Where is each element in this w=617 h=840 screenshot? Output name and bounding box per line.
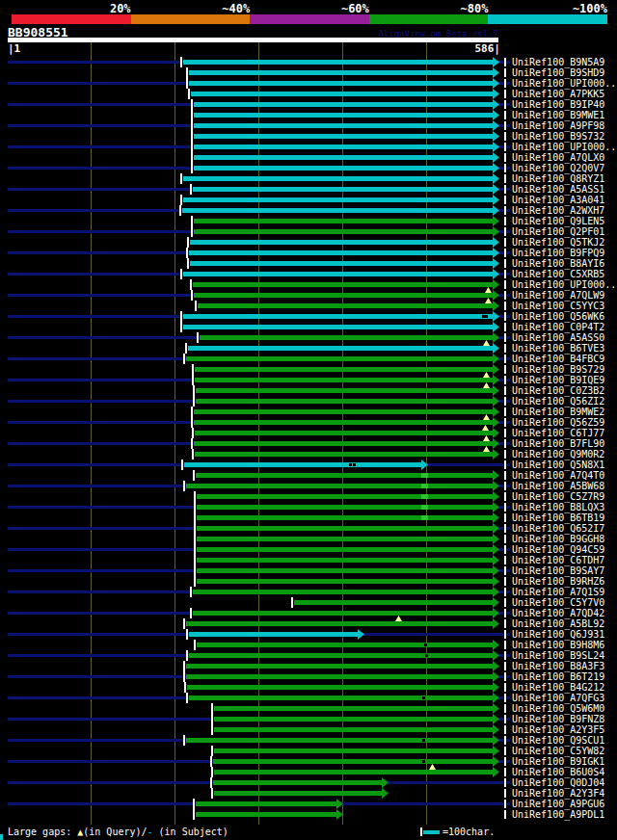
alignment-bar[interactable] xyxy=(194,113,493,118)
alignment-row[interactable]: UniRef100_C6TJ77 xyxy=(0,427,617,437)
alignment-row[interactable]: UniRef100_B9S729 xyxy=(0,363,617,374)
alignment-bar[interactable] xyxy=(195,452,493,457)
alignment-bar[interactable] xyxy=(194,166,493,171)
alignment-row[interactable]: UniRef100_Q56Z59 xyxy=(0,416,617,427)
alignment-bar[interactable] xyxy=(186,356,493,361)
alignment-bar[interactable] xyxy=(200,335,493,340)
alignment-row[interactable]: UniRef100_UPI000.. xyxy=(0,278,617,289)
alignment-row[interactable]: UniRef100_A2Y3F5 xyxy=(0,723,617,734)
alignment-row[interactable]: UniRef100_B8LQX3 xyxy=(0,501,617,512)
alignment-row[interactable]: UniRef100_Q5W6M0 xyxy=(0,702,617,713)
alignment-row[interactable]: UniRef100_A7PKK5 xyxy=(0,88,617,98)
alignment-bar[interactable] xyxy=(193,611,493,616)
alignment-row[interactable]: UniRef100_A7QD42 xyxy=(0,607,617,617)
alignment-bar[interactable] xyxy=(195,431,493,435)
alignment-bar[interactable] xyxy=(194,219,493,223)
alignment-row[interactable]: UniRef100_B9SL24 xyxy=(0,649,617,660)
alignment-bar[interactable] xyxy=(197,494,493,499)
subject-label[interactable]: UniRef100_A9PDL1 xyxy=(512,809,604,820)
alignment-row[interactable]: UniRef100_B9SHD9 xyxy=(0,66,617,77)
alignment-row[interactable]: UniRef100_B9RHZ6 xyxy=(0,575,617,586)
alignment-bar[interactable] xyxy=(191,92,493,96)
alignment-bar[interactable] xyxy=(196,399,493,404)
alignment-bar[interactable] xyxy=(198,303,493,308)
alignment-row[interactable]: UniRef100_A5ASS1 xyxy=(0,183,617,194)
alignment-row[interactable]: UniRef100_B9IGK1 xyxy=(0,755,617,766)
alignment-bar[interactable] xyxy=(294,600,493,605)
alignment-bar[interactable] xyxy=(193,187,493,192)
alignment-row[interactable]: UniRef100_A9PGU6 xyxy=(0,798,617,808)
alignment-row[interactable]: UniRef100_A9PF98 xyxy=(0,119,617,130)
alignment-row[interactable]: UniRef100_B6U0S4 xyxy=(0,766,617,776)
alignment-bar[interactable] xyxy=(193,282,493,287)
alignment-row[interactable]: UniRef100_Q9M0R2 xyxy=(0,448,617,459)
alignment-bar[interactable] xyxy=(189,696,493,700)
alignment-bar[interactable] xyxy=(213,759,493,764)
alignment-row[interactable]: UniRef100_UPI000.. xyxy=(0,141,617,151)
alignment-row[interactable]: UniRef100_A7Q4T0 xyxy=(0,469,617,480)
alignment-bar[interactable] xyxy=(194,102,493,107)
alignment-bar[interactable] xyxy=(183,176,493,181)
alignment-bar[interactable] xyxy=(214,791,382,796)
alignment-row[interactable]: UniRef100_Q652I7 xyxy=(0,522,617,533)
alignment-row[interactable]: UniRef100_C5Y7V0 xyxy=(0,596,617,607)
alignment-bar[interactable] xyxy=(189,653,493,658)
alignment-bar[interactable] xyxy=(194,293,493,298)
alignment-bar[interactable] xyxy=(214,706,493,711)
alignment-bar[interactable] xyxy=(197,547,493,552)
alignment-bar[interactable] xyxy=(196,812,336,817)
alignment-bar[interactable] xyxy=(194,409,493,414)
alignment-row[interactable]: UniRef100_Q5TKJ2 xyxy=(0,236,617,247)
alignment-bar[interactable] xyxy=(197,515,493,520)
alignment-row[interactable]: UniRef100_UPI000.. xyxy=(0,77,617,88)
alignment-row[interactable]: UniRef100_C0P4T2 xyxy=(0,321,617,331)
alignment-bar[interactable] xyxy=(197,558,493,563)
alignment-row[interactable]: UniRef100_Q56WK6 xyxy=(0,310,617,321)
alignment-bar[interactable] xyxy=(195,367,493,372)
alignment-row[interactable]: UniRef100_Q8RYZ1 xyxy=(0,172,617,183)
alignment-bar[interactable] xyxy=(183,60,493,65)
alignment-bar[interactable] xyxy=(183,314,493,319)
alignment-row[interactable]: UniRef100_B6TB19 xyxy=(0,512,617,522)
alignment-row[interactable]: UniRef100_Q2PF01 xyxy=(0,225,617,236)
alignment-bar[interactable] xyxy=(197,526,493,531)
alignment-row[interactable]: UniRef100_A7QLW9 xyxy=(0,289,617,300)
alignment-bar[interactable] xyxy=(186,621,493,626)
alignment-row[interactable]: UniRef100_Q6J931 xyxy=(0,628,617,639)
alignment-row[interactable]: UniRef100_Q9SCU1 xyxy=(0,734,617,745)
alignment-bar[interactable] xyxy=(189,632,358,637)
alignment-row[interactable]: UniRef100_B9S732 xyxy=(0,130,617,141)
alignment-row[interactable]: UniRef100_Q56ZI2 xyxy=(0,395,617,406)
alignment-bar[interactable] xyxy=(186,484,493,488)
alignment-row[interactable]: UniRef100_B9GGH8 xyxy=(0,533,617,543)
alignment-row[interactable]: UniRef100_B6TVE3 xyxy=(0,342,617,353)
alignment-row[interactable]: UniRef100_B9N5A9 xyxy=(0,56,617,66)
alignment-bar[interactable] xyxy=(197,643,493,647)
alignment-row[interactable]: UniRef100_B4G212 xyxy=(0,681,617,692)
alignment-row[interactable]: UniRef100_B8AYI6 xyxy=(0,257,617,268)
alignment-row[interactable]: UniRef100_B9MWE1 xyxy=(0,109,617,119)
alignment-bar[interactable] xyxy=(194,155,493,160)
alignment-bar[interactable] xyxy=(188,346,493,351)
alignment-row[interactable]: UniRef100_B9FNZ8 xyxy=(0,713,617,723)
alignment-bar[interactable] xyxy=(186,738,493,743)
alignment-row[interactable]: UniRef100_C6TDH7 xyxy=(0,554,617,564)
alignment-bar[interactable] xyxy=(189,70,493,75)
alignment-row[interactable]: UniRef100_A5BW68 xyxy=(0,480,617,490)
alignment-row[interactable]: UniRef100_B9H8M6 xyxy=(0,639,617,649)
alignment-bar[interactable] xyxy=(194,144,493,149)
alignment-bar[interactable] xyxy=(193,590,493,594)
alignment-row[interactable]: UniRef100_C0Z3B2 xyxy=(0,384,617,395)
alignment-bar[interactable] xyxy=(197,505,493,510)
alignment-row[interactable]: UniRef100_Q94C59 xyxy=(0,543,617,554)
alignment-row[interactable]: UniRef100_A7Q1S9 xyxy=(0,586,617,596)
alignment-row[interactable]: UniRef100_B9IP40 xyxy=(0,98,617,109)
alignment-row[interactable]: UniRef100_C5Z7R9 xyxy=(0,490,617,501)
alignment-bar[interactable] xyxy=(190,261,493,266)
alignment-row[interactable]: UniRef100_B9IQE9 xyxy=(0,374,617,384)
alignment-bar[interactable] xyxy=(214,770,493,774)
alignment-row[interactable]: UniRef100_A7QLX0 xyxy=(0,151,617,162)
alignment-row[interactable]: UniRef100_A2Y3F4 xyxy=(0,787,617,798)
alignment-bar[interactable] xyxy=(213,780,382,785)
alignment-row[interactable]: UniRef100_B9SAY7 xyxy=(0,564,617,575)
